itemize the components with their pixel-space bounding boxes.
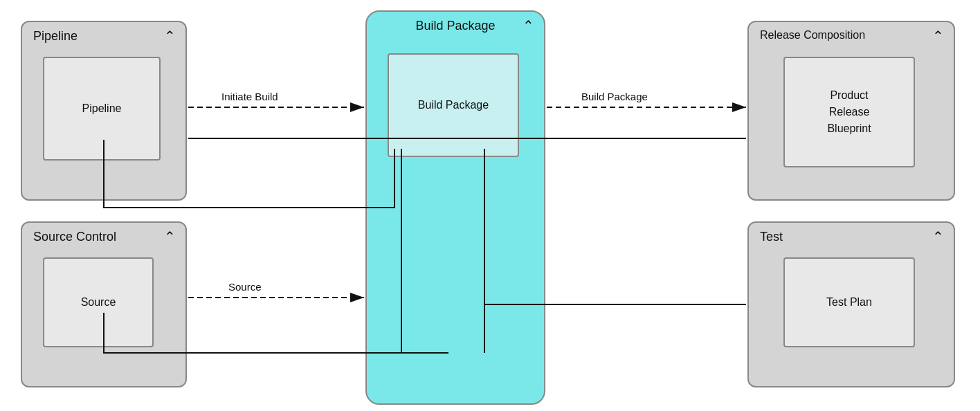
release-composition-inner-label: Product Release Blueprint — [827, 87, 871, 137]
source-control-collapse-icon[interactable]: ⌃ — [164, 228, 176, 245]
pipeline-box: Pipeline ⌃ Pipeline — [21, 21, 187, 201]
pipeline-title: Pipeline — [33, 29, 78, 44]
pipeline-inner-box: Pipeline — [43, 57, 161, 161]
test-inner-label: Test Plan — [826, 296, 872, 309]
build-package-arrow-label: Build Package — [581, 91, 648, 102]
build-package-box: Build Package ⌃ Build Package — [365, 10, 545, 405]
build-package-inner-box: Build Package — [388, 53, 519, 157]
release-composition-collapse-icon[interactable]: ⌃ — [932, 28, 944, 44]
pipeline-inner-label: Pipeline — [82, 102, 122, 115]
initiate-build-label: Initiate Build — [221, 91, 278, 102]
test-box: Test ⌃ Test Plan — [747, 221, 955, 387]
release-composition-box: Release Composition ⌃ Product Release Bl… — [747, 21, 955, 201]
source-arrow-label: Source — [228, 281, 262, 293]
source-control-title: Source Control — [33, 230, 116, 244]
test-title: Test — [760, 230, 783, 244]
build-package-collapse-icon[interactable]: ⌃ — [523, 17, 534, 34]
diagram-container: Pipeline ⌃ Pipeline Source Control ⌃ Sou… — [0, 0, 980, 411]
release-composition-title: Release Composition — [760, 29, 865, 42]
build-package-title: Build Package — [415, 19, 495, 33]
test-collapse-icon[interactable]: ⌃ — [932, 228, 944, 245]
pipeline-collapse-icon[interactable]: ⌃ — [164, 28, 176, 44]
release-composition-inner-box: Product Release Blueprint — [783, 57, 915, 167]
build-package-inner-label: Build Package — [418, 99, 489, 111]
source-inner-label: Source — [81, 296, 116, 309]
source-control-inner-box: Source — [43, 257, 154, 347]
source-control-box: Source Control ⌃ Source — [21, 221, 187, 387]
test-inner-box: Test Plan — [783, 257, 915, 347]
